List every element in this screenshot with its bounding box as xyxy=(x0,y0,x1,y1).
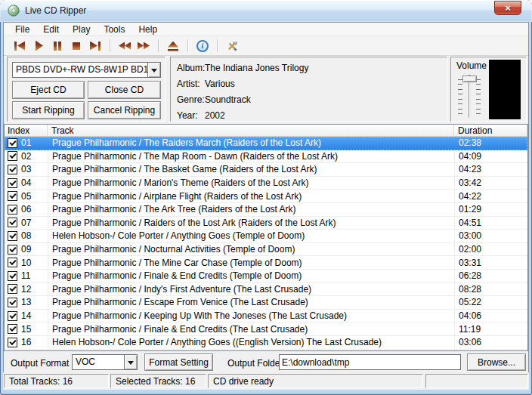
menu-help[interactable]: Help xyxy=(131,23,164,35)
drive-select[interactable]: PBDS DVD+-RW DS-8W1P BD1B xyxy=(12,62,161,78)
tools-icon xyxy=(226,40,238,52)
skip-end-button[interactable] xyxy=(88,39,102,54)
track-row[interactable]: 03 Prague Philharmonic / The Basket Game… xyxy=(5,163,527,177)
rewind-button[interactable] xyxy=(118,39,131,54)
track-row[interactable]: 15 Prague Philharmonic / Finale & End Cr… xyxy=(5,322,527,336)
toolbar-separator xyxy=(110,39,110,52)
track-title: Prague Philharmonic / Finale & End Credi… xyxy=(52,324,308,335)
menu-file[interactable]: File xyxy=(8,23,36,35)
track-index: 05 xyxy=(21,191,31,202)
play-button[interactable] xyxy=(32,39,45,54)
cancel-ripping-button[interactable]: Cancel Ripping xyxy=(88,101,161,119)
chevron-down-icon[interactable] xyxy=(147,63,160,77)
column-header-index[interactable]: Index xyxy=(5,125,48,136)
track-checkbox[interactable] xyxy=(8,245,17,255)
year-label: Year: xyxy=(177,110,205,121)
track-checkbox[interactable] xyxy=(8,138,17,148)
track-checkbox[interactable] xyxy=(8,151,17,161)
track-row[interactable]: 11 Prague Philharmonic / Finale & End Cr… xyxy=(5,270,527,283)
close-cd-button[interactable]: Close CD xyxy=(88,81,161,99)
status-total-tracks: Total Tracks: 16 xyxy=(4,374,109,388)
track-duration: 04:51 xyxy=(459,218,481,228)
settings-button[interactable] xyxy=(225,39,239,54)
start-ripping-button[interactable]: Start Ripping xyxy=(12,101,85,119)
track-duration: 11:19 xyxy=(459,324,481,335)
menu-play[interactable]: Play xyxy=(66,23,97,35)
artist-value: Various xyxy=(205,79,235,89)
output-format-select[interactable]: VOC xyxy=(72,354,138,370)
track-row[interactable]: 10 Prague Philharmonic / The Mine Car Ch… xyxy=(5,256,527,270)
chevron-down-icon[interactable] xyxy=(124,355,137,369)
column-header-track[interactable]: Track xyxy=(48,125,454,136)
track-checkbox[interactable] xyxy=(8,311,17,321)
track-row[interactable]: 04 Prague Philharmonic / Marion's Theme … xyxy=(5,177,527,190)
track-index: 07 xyxy=(21,218,31,228)
track-duration: 02:38 xyxy=(459,137,481,148)
output-folder-input[interactable] xyxy=(279,354,461,370)
volume-label: Volume xyxy=(456,60,487,71)
track-checkbox[interactable] xyxy=(8,258,17,267)
track-row[interactable]: 16 Helen Hobson-/ Cole Porter / Anything… xyxy=(5,336,527,350)
toolbar xyxy=(4,36,528,56)
track-checkbox[interactable] xyxy=(8,178,17,188)
close-button[interactable]: × xyxy=(494,1,521,15)
track-row[interactable]: 09 Prague Philharmonic / Nocturnal Activ… xyxy=(5,243,527,257)
volume-ticks-left xyxy=(458,79,462,114)
album-value: The Indiana Jones Trilogy xyxy=(205,63,308,73)
output-format-label: Output Format xyxy=(11,358,69,369)
output-format-value: VOC xyxy=(73,355,124,369)
browse-button[interactable]: Browse... xyxy=(467,353,526,371)
track-checkbox[interactable] xyxy=(8,284,17,294)
track-row[interactable]: 06 Prague Philharmonic / The Ark Tree (R… xyxy=(5,203,527,217)
track-row[interactable]: 02 Prague Philharmonic / The Map Room - … xyxy=(5,150,527,164)
track-row[interactable]: 05 Prague Philharmonic / Airplane Flight… xyxy=(5,190,527,203)
menu-bar: File Edit Play Tools Help xyxy=(4,23,528,36)
eject-cd-button[interactable]: Eject CD xyxy=(12,81,85,99)
track-checkbox[interactable] xyxy=(8,298,17,307)
eject-button[interactable] xyxy=(166,39,180,54)
track-index: 15 xyxy=(21,324,31,335)
status-drive-state: CD drive ready xyxy=(208,374,423,388)
toolbar-separator xyxy=(158,39,159,52)
stop-button[interactable] xyxy=(70,39,83,54)
track-checkbox[interactable] xyxy=(8,165,17,174)
output-bar: Output Format VOC Format Setting Output … xyxy=(3,352,529,372)
drive-select-value: PBDS DVD+-RW DS-8W1P BD1B xyxy=(13,63,147,77)
info-button[interactable] xyxy=(196,39,209,54)
menu-edit[interactable]: Edit xyxy=(36,23,66,35)
track-row[interactable]: 08 Helen Hobson-/ Cole Porter / Anything… xyxy=(5,230,527,243)
menu-tools[interactable]: Tools xyxy=(97,23,131,35)
track-index: 04 xyxy=(21,177,31,188)
format-setting-button[interactable]: Format Setting xyxy=(144,353,213,371)
track-checkbox[interactable] xyxy=(8,338,17,347)
column-header-duration[interactable]: Duration xyxy=(454,125,527,136)
track-row[interactable]: 14 Prague Philharmonic / Keeping Up With… xyxy=(5,310,527,323)
track-row[interactable]: 13 Prague Philharmonic / Escape From Ven… xyxy=(5,296,527,310)
track-duration: 04:23 xyxy=(459,164,481,174)
track-title: Prague Philharmonic / The Basket Game (R… xyxy=(52,164,317,174)
fast-forward-button[interactable] xyxy=(137,39,150,54)
track-checkbox[interactable] xyxy=(8,271,17,281)
track-row[interactable]: 01 Prague Philharmonic / The Raiders Mar… xyxy=(5,137,527,150)
track-checkbox[interactable] xyxy=(8,218,17,227)
track-duration: 06:28 xyxy=(459,270,481,281)
volume-slider-thumb[interactable] xyxy=(462,76,477,82)
track-duration: 04:06 xyxy=(459,310,481,321)
pause-button[interactable] xyxy=(51,39,64,54)
info-icon xyxy=(196,40,209,52)
track-row[interactable]: 07 Prague Philharmonic / Raiders of the … xyxy=(5,217,527,230)
year-value: 2002 xyxy=(205,110,225,121)
skip-start-button[interactable] xyxy=(13,39,26,54)
drive-panel: PBDS DVD+-RW DS-8W1P BD1B Eject CD Close… xyxy=(7,57,165,122)
track-checkbox[interactable] xyxy=(8,191,17,201)
track-checkbox[interactable] xyxy=(8,231,17,241)
track-duration: 01:29 xyxy=(459,204,481,214)
track-index: 08 xyxy=(21,230,31,241)
titlebar[interactable]: Live CD Ripper × xyxy=(0,0,532,22)
track-checkbox[interactable] xyxy=(8,324,17,334)
track-row[interactable]: 12 Prague Philharmonic / Indy's First Ad… xyxy=(5,283,527,297)
track-list-header: Index Track Duration xyxy=(5,125,527,137)
track-checkbox[interactable] xyxy=(8,205,17,214)
track-title: Prague Philharmonic / The Ark Tree (Raid… xyxy=(52,204,296,214)
artist-line: Artist:Various xyxy=(177,79,447,94)
